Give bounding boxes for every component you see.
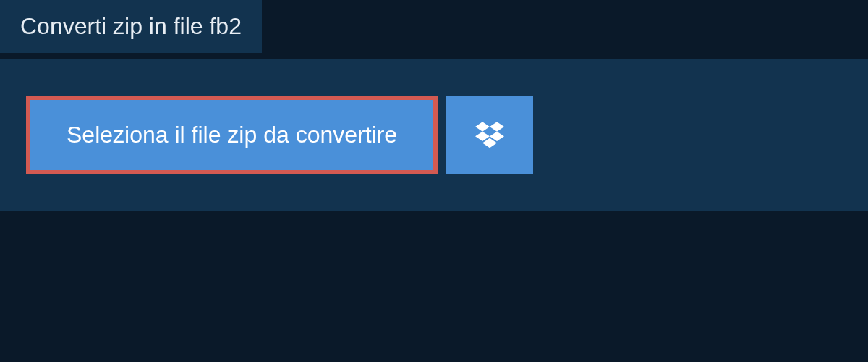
converter-panel: Seleziona il file zip da convertire	[0, 59, 868, 211]
dropbox-button[interactable]	[446, 96, 533, 174]
select-file-label: Seleziona il file zip da convertire	[67, 122, 397, 148]
select-file-button[interactable]: Seleziona il file zip da convertire	[26, 96, 438, 174]
tab-title: Converti zip in file fb2	[20, 13, 242, 39]
dropbox-icon	[475, 119, 504, 151]
button-row: Seleziona il file zip da convertire	[26, 96, 842, 174]
tab-header: Converti zip in file fb2	[0, 0, 262, 53]
